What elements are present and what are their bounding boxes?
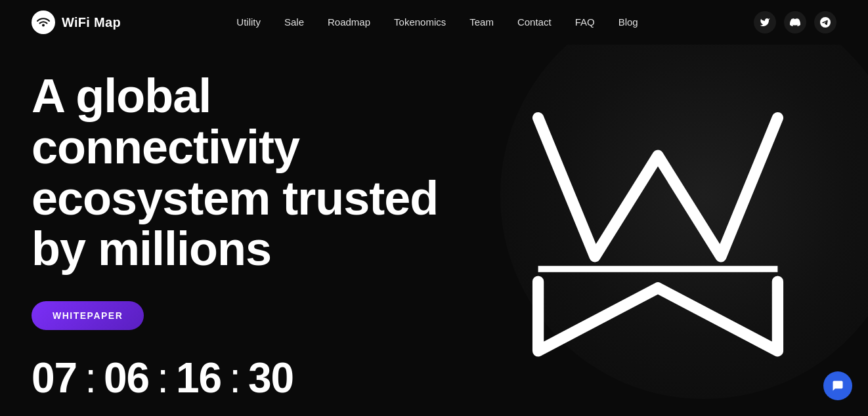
hero-heading: A global connectivity ecosystem trusted … <box>32 71 478 275</box>
chat-button[interactable] <box>823 371 852 400</box>
twitter-icon[interactable] <box>754 11 776 33</box>
nav-faq[interactable]: FAQ <box>575 16 595 28</box>
nav-blog[interactable]: Blog <box>618 16 638 28</box>
countdown-separator-3: : <box>229 354 240 402</box>
nav-utility[interactable]: Utility <box>236 16 261 28</box>
countdown-separator-1: : <box>85 354 96 402</box>
nav-links: Utility Sale Roadmap Tokenomics Team Con… <box>236 16 638 28</box>
nav-contact[interactable]: Contact <box>517 16 552 28</box>
countdown-separator-2: : <box>157 354 168 402</box>
countdown-hours: 06 <box>104 354 149 402</box>
countdown: 07 : 06 : 16 : 30 <box>32 354 478 402</box>
hero-text-area: A global connectivity ecosystem trusted … <box>32 71 478 402</box>
hero-section: A global connectivity ecosystem trusted … <box>0 45 868 415</box>
nav-team[interactable]: Team <box>469 16 494 28</box>
wm-logo-graphic <box>500 77 815 366</box>
logo[interactable]: WiFi Map <box>32 10 121 34</box>
nav-tokenomics[interactable]: Tokenomics <box>394 16 446 28</box>
whitepaper-button[interactable]: WHITEPAPER <box>32 301 144 330</box>
navbar: WiFi Map Utility Sale Roadmap Tokenomics… <box>0 0 868 45</box>
logo-text: WiFi Map <box>62 15 121 30</box>
wifi-logo-icon <box>32 10 55 34</box>
countdown-seconds: 30 <box>248 354 293 402</box>
nav-sale[interactable]: Sale <box>284 16 304 28</box>
nav-roadmap[interactable]: Roadmap <box>328 16 370 28</box>
discord-icon[interactable] <box>784 11 806 33</box>
telegram-icon[interactable] <box>814 11 836 33</box>
social-icons <box>754 11 836 33</box>
countdown-days: 07 <box>32 354 77 402</box>
countdown-minutes: 16 <box>176 354 221 402</box>
